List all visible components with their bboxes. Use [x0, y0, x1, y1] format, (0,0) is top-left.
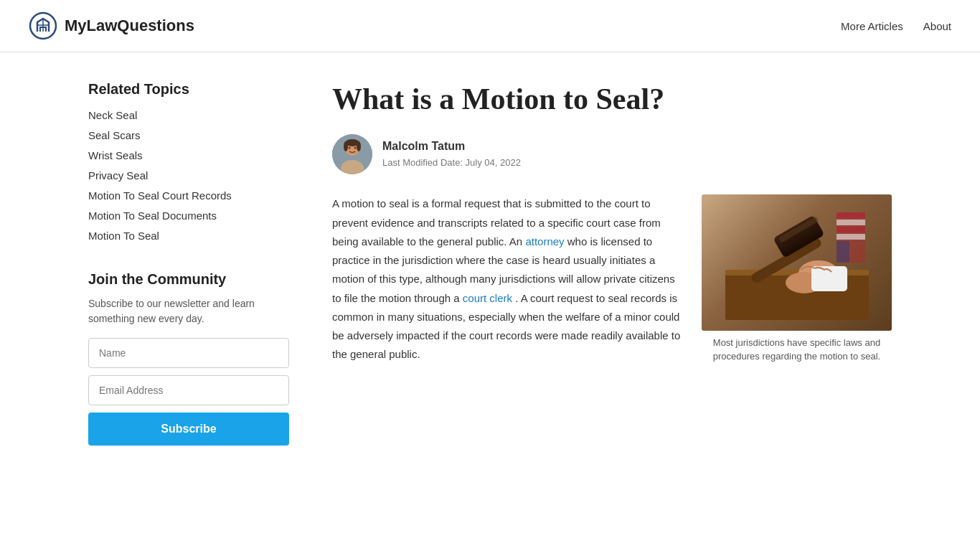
author-name: Malcolm Tatum — [382, 140, 521, 153]
nav-more-articles[interactable]: More Articles — [841, 20, 903, 32]
svg-rect-22 — [837, 220, 865, 225]
avatar — [332, 134, 372, 174]
svg-rect-25 — [837, 241, 849, 263]
site-header: MyLawQuestions More Articles About — [0, 0, 980, 52]
main-content: What is a Motion to Seal? — [332, 81, 892, 446]
page-wrapper: Related Topics Neck Seal Seal Scars Wris… — [60, 52, 920, 489]
sidebar: Related Topics Neck Seal Seal Scars Wris… — [88, 81, 289, 446]
related-link-seal-scars[interactable]: Seal Scars — [88, 129, 141, 141]
list-item: Motion To Seal Documents — [88, 209, 289, 222]
logo-area: MyLawQuestions — [29, 11, 194, 40]
court-clerk-link[interactable]: court clerk — [463, 292, 512, 304]
author-area: Malcolm Tatum Last Modified Date: July 0… — [332, 134, 892, 174]
email-input[interactable] — [88, 375, 289, 405]
list-item: Wrist Seals — [88, 149, 289, 162]
subscribe-button[interactable]: Subscribe — [88, 413, 289, 446]
related-link-motion-seal[interactable]: Motion To Seal — [88, 230, 159, 242]
list-item: Neck Seal — [88, 109, 289, 122]
article-title: What is a Motion to Seal? — [332, 81, 892, 117]
related-link-privacy-seal[interactable]: Privacy Seal — [88, 169, 148, 182]
svg-point-8 — [354, 147, 357, 149]
name-input[interactable] — [88, 338, 289, 368]
svg-rect-24 — [837, 234, 865, 240]
list-item: Motion To Seal — [88, 230, 289, 242]
related-link-motion-seal-court[interactable]: Motion To Seal Court Records — [88, 189, 232, 202]
list-item: Motion To Seal Court Records — [88, 189, 289, 202]
article-body: A motion to seal is a formal request tha… — [332, 194, 892, 374]
related-topics-heading: Related Topics — [88, 81, 289, 98]
content-with-image: A motion to seal is a formal request tha… — [332, 194, 892, 374]
article-paragraph-1: A motion to seal is a formal request tha… — [332, 194, 684, 364]
logo-text: MyLawQuestions — [65, 17, 194, 35]
main-nav: More Articles About — [841, 20, 951, 32]
svg-point-10 — [344, 141, 348, 151]
article-text-block: A motion to seal is a formal request tha… — [332, 194, 684, 374]
related-link-neck-seal[interactable]: Neck Seal — [88, 109, 137, 121]
author-info: Malcolm Tatum Last Modified Date: July 0… — [382, 140, 521, 169]
modified-date: Last Modified Date: July 04, 2022 — [382, 157, 521, 168]
svg-rect-21 — [837, 212, 865, 218]
svg-rect-23 — [837, 227, 865, 232]
svg-point-11 — [357, 141, 361, 151]
list-item: Seal Scars — [88, 129, 289, 142]
attorney-link[interactable]: attorney — [525, 235, 564, 248]
related-link-wrist-seals[interactable]: Wrist Seals — [88, 149, 143, 161]
logo-icon — [29, 11, 57, 40]
svg-point-7 — [349, 147, 351, 149]
nav-about[interactable]: About — [923, 20, 951, 32]
related-topics-list: Neck Seal Seal Scars Wrist Seals Privacy… — [88, 109, 289, 242]
related-link-motion-seal-docs[interactable]: Motion To Seal Documents — [88, 209, 217, 222]
image-caption: Most jurisdictions have specific laws an… — [702, 336, 892, 362]
list-item: Privacy Seal — [88, 169, 289, 182]
article-image — [702, 194, 892, 331]
join-description: Subscribe to our newsletter and learn so… — [88, 296, 289, 326]
article-image-block: Most jurisdictions have specific laws an… — [702, 194, 892, 362]
join-community-heading: Join the Community — [88, 271, 289, 288]
